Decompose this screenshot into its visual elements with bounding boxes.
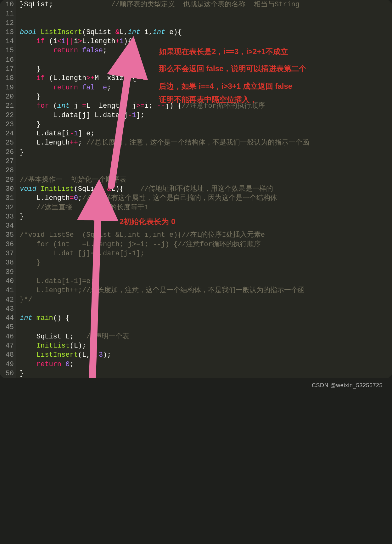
line-number: 46 — [0, 332, 14, 341]
token: if — [36, 37, 45, 45]
token: //总长度加，注意，这个是一个结构体，不是我们一般认为的指示一个函 — [86, 139, 309, 147]
line-number: 24 — [0, 129, 14, 138]
token: ( — [74, 185, 78, 193]
line-number: 14 — [0, 37, 14, 46]
code-line[interactable]: L.data[i-1]=e; — [20, 277, 390, 286]
code-line[interactable] — [20, 166, 390, 175]
line-number: 45 — [0, 323, 14, 332]
token — [20, 74, 36, 82]
code-line[interactable] — [20, 157, 390, 166]
token — [20, 47, 53, 54]
code-line[interactable]: ListInsert(L,3,3); — [20, 350, 390, 360]
token: ; — [107, 84, 111, 92]
token: , — [148, 28, 153, 36]
code-line[interactable] — [20, 9, 390, 18]
line-number: 49 — [0, 360, 14, 369]
code-line[interactable]: L.data[i-1] e; — [20, 129, 390, 138]
line-number: 39 — [0, 268, 14, 277]
token: ( — [53, 102, 57, 110]
code-line[interactable]: void InitList(SqList &L){ //传地址和不传地址，用这个… — [20, 184, 390, 194]
code-line[interactable]: L.length++; //总长度加，注意，这个是一个结构体，不是我们一般认为的… — [20, 138, 390, 147]
code-line[interactable]: return fal e; — [20, 83, 390, 92]
code-line[interactable]: L.length=0;//系统咩有这个属性，这个是自己搞的，因为这个是一个结构体 — [20, 194, 390, 203]
token: , — [124, 28, 128, 36]
token: || — [65, 37, 74, 45]
token: return — [36, 360, 61, 368]
code-line[interactable]: }SqList; //顺序表的类型定义 也就是这个表的名称 相当与String — [20, 0, 390, 9]
token: int — [20, 314, 32, 322]
line-number: 44 — [0, 314, 14, 323]
code-line[interactable]: //这里直接 这个表的长度等于1 — [20, 203, 390, 212]
token: for — [36, 102, 49, 110]
token: + — [115, 37, 120, 45]
code-line[interactable]: /*void ListSe (SqList &L,int i,int e){//… — [20, 230, 390, 240]
code-line[interactable]: return false; — [20, 46, 390, 55]
code-line[interactable]: } — [20, 65, 390, 74]
line-number: 40 — [0, 277, 14, 286]
code-line[interactable]: } — [20, 120, 390, 129]
token: int — [57, 102, 70, 110]
token: SqList — [86, 28, 115, 36]
token: ; — [70, 360, 74, 368]
line-number: 41 — [0, 286, 14, 295]
token: ( — [70, 342, 74, 350]
line-number: 16 — [0, 55, 14, 65]
code-line[interactable]: } — [20, 369, 390, 378]
token: int — [128, 28, 140, 36]
code-line[interactable]: for (int =L.length; j>=i; --j) {//注意for循… — [20, 240, 390, 249]
token: 1 — [132, 111, 136, 119]
token: 3 — [90, 351, 94, 359]
token: void — [20, 185, 36, 193]
code-line[interactable]: } — [20, 148, 390, 157]
token: false — [82, 47, 103, 54]
token: < — [57, 37, 61, 45]
line-number: 31 — [0, 194, 14, 203]
code-line[interactable]: int main() { — [20, 314, 390, 323]
token: //传地址和不传地址，用这个效果是一样的 — [140, 185, 273, 193]
code-line[interactable] — [20, 323, 390, 332]
code-line[interactable] — [20, 19, 390, 28]
code-line[interactable]: if (i<1||i>L.length+1){ — [20, 37, 390, 46]
token: ] — [86, 111, 94, 119]
watermark-credit: CSDN @weixin_53256725 — [0, 378, 392, 389]
token: //顺序表的类型定义 也就是这个表的名称 相当与String — [111, 1, 299, 8]
code-line[interactable]: L.dat [j]=L.data[j-1]; — [20, 249, 390, 258]
code-line[interactable]: L.length++;//总长度加，注意，这个是一个结构体，不是我们一般认为的指… — [20, 286, 390, 295]
line-number: 36 — [0, 240, 14, 249]
code-line[interactable] — [20, 221, 390, 230]
line-number: 17 — [0, 65, 14, 74]
code-line[interactable] — [20, 268, 390, 277]
token — [20, 121, 36, 128]
code-line[interactable]: L.data[j] L.data[j-1]; — [20, 111, 390, 120]
code-line[interactable]: } — [20, 258, 390, 267]
line-number: 27 — [0, 157, 14, 166]
token: () { — [53, 314, 70, 322]
token: ; — [90, 130, 94, 138]
code-editor[interactable]: 1011121314151617181920212223242526272829… — [0, 0, 392, 378]
code-line[interactable] — [20, 55, 390, 65]
token: ; — [70, 333, 74, 341]
token — [20, 342, 36, 350]
code-line[interactable]: SqList L; //声明一个表 — [20, 332, 390, 341]
code-line[interactable]: InitList(L); — [20, 341, 390, 350]
code-line[interactable] — [20, 304, 390, 314]
code-line[interactable]: } — [20, 212, 390, 221]
code-line[interactable]: } — [20, 92, 390, 101]
token: i — [53, 37, 57, 45]
code-line[interactable]: for (int j =L length; j>=i; --j) {//注意fo… — [20, 101, 390, 110]
line-number: 34 — [0, 221, 14, 230]
token — [20, 351, 36, 359]
token: 0 — [65, 360, 70, 368]
token: L.length — [20, 194, 70, 202]
code-line[interactable]: bool ListInsert(SqList &L,int i,int e){ — [20, 28, 390, 37]
code-line[interactable]: if (L.length>+M xSize){ — [20, 74, 390, 83]
token: L.data — [20, 111, 78, 119]
code-area[interactable]: }SqList; //顺序表的类型定义 也就是这个表的名称 相当与Stringb… — [16, 0, 392, 378]
code-line[interactable]: }*/ — [20, 295, 390, 304]
token: InitList — [41, 185, 74, 193]
code-line[interactable]: //基本操作一 初始化一个顺序表 — [20, 175, 390, 184]
token: ; — [103, 47, 107, 54]
token: L.data[i-1]=e; — [20, 277, 95, 285]
code-line[interactable]: return 0; — [20, 360, 390, 369]
token: L — [74, 342, 78, 350]
